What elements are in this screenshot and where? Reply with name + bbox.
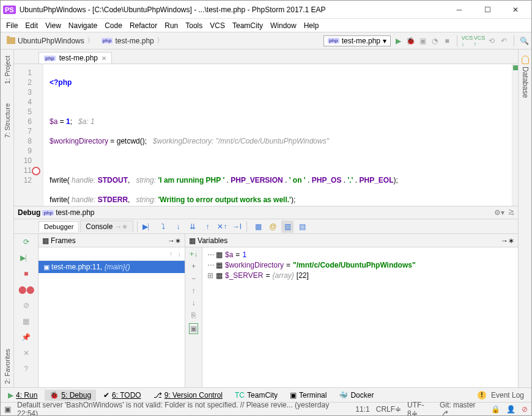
breadcrumb-file[interactable]: php test-me.php 〉 [98, 35, 168, 46]
close-icon[interactable]: ✕ [21, 348, 32, 359]
debug-tool-tab[interactable]: 🐞5: Debug [45, 390, 96, 401]
console-tab[interactable]: Console →∗ [80, 221, 133, 232]
menu-navigate[interactable]: Navigate [65, 20, 100, 31]
code-area[interactable]: <?php $a = 1; $a: 1 $workingDirectory = … [43, 64, 512, 206]
variable-row[interactable]: ⋯▦ $a = 1 [207, 250, 513, 260]
lock-icon[interactable]: 🔒 [491, 405, 500, 414]
drop-frame-icon[interactable]: ✕↑ [216, 221, 228, 233]
frame-row[interactable]: ▣ test-me.php:11, {main}() [39, 261, 185, 273]
menu-window[interactable]: Window [267, 20, 300, 31]
copy-icon[interactable]: ⎘ [191, 311, 196, 319]
hide-icon[interactable]: ⥸ [508, 208, 514, 217]
close-tab-icon[interactable]: ✕ [102, 55, 106, 62]
debug-icon[interactable]: 🐞 [405, 36, 415, 46]
force-step-into-icon[interactable]: ⇊ [187, 221, 199, 233]
down-icon[interactable]: ↓ [192, 299, 196, 307]
close-button[interactable]: ✕ [502, 1, 529, 18]
error-icon[interactable]: ⊘ [522, 405, 528, 414]
add-watch-icon[interactable]: +↓ [190, 250, 198, 258]
new-watch-icon[interactable]: + [191, 262, 196, 271]
code-editor[interactable]: 1 2 3 4 5 6 7 8 9 10 11 12 <?php $a = 1;… [14, 64, 518, 206]
code-text: = [57, 117, 66, 126]
favorites-tab[interactable]: 2: Favorites [2, 345, 12, 387]
toggle-tools-icon[interactable]: ▣ [4, 405, 11, 414]
search-icon[interactable]: 🔍 [519, 36, 529, 46]
menu-code[interactable]: Code [102, 20, 125, 31]
terminal-tool-tab[interactable]: ▣Terminal [285, 390, 331, 401]
layout-icon[interactable]: ▥ [281, 221, 294, 233]
run-to-cursor-icon[interactable]: →I [231, 221, 243, 233]
up-icon[interactable]: ↑ [192, 286, 196, 295]
profile-icon[interactable]: ◔ [430, 36, 440, 46]
line-separator[interactable]: CRLF≑ [376, 405, 401, 414]
editor-tab[interactable]: php test-me.php ✕ [39, 52, 112, 64]
git-branch[interactable]: Git: master ⎇ [440, 401, 485, 417]
menu-view[interactable]: View [42, 20, 64, 31]
docker-tool-tab[interactable]: 🐳Docker [334, 390, 379, 401]
listen-icon[interactable]: @ [267, 221, 279, 233]
stop-icon[interactable]: ■ [442, 36, 452, 46]
structure-tab[interactable]: 7: Structure [2, 100, 12, 142]
vc-tool-tab[interactable]: ⎇9: Version Control [149, 390, 227, 401]
step-into-icon[interactable]: ↓ [172, 221, 184, 233]
revert-icon[interactable]: ↶ [499, 36, 509, 46]
next-frame-icon[interactable]: ↓ [177, 250, 181, 258]
layout-icon[interactable]: ▦ [21, 316, 32, 327]
frames-icon: ▦ [42, 236, 49, 245]
file-encoding[interactable]: UTF-8≑ [407, 401, 434, 417]
rerun-icon[interactable]: ⟳ [21, 236, 32, 247]
run-icon[interactable]: ▶ [393, 36, 403, 46]
stop-icon[interactable]: ■ [21, 268, 32, 279]
pin-icon[interactable]: 📌 [21, 332, 32, 343]
docker-label: Docker [350, 391, 374, 400]
show-watches-icon[interactable]: ▣ [189, 323, 198, 334]
debugger-tab[interactable]: Debugger [39, 221, 79, 232]
more-icon[interactable]: →∗ [501, 236, 514, 245]
gear-icon[interactable]: ⚙▾ [494, 208, 504, 217]
resume-icon[interactable]: ▶⎸ [21, 252, 32, 263]
menu-tools[interactable]: Tools [182, 20, 205, 31]
coverage-icon[interactable]: ▣ [418, 36, 427, 46]
separator [246, 221, 247, 232]
project-tab[interactable]: 1: Project [2, 52, 12, 87]
caret-position[interactable]: 11:1 [355, 405, 369, 414]
minimize-button[interactable]: ─ [446, 1, 473, 18]
vcs-commit-icon[interactable]: VCS↑ [475, 36, 484, 46]
history-icon[interactable]: ⟲ [487, 36, 497, 46]
menu-help[interactable]: Help [301, 20, 322, 31]
menu-file[interactable]: File [3, 20, 21, 31]
menu-run[interactable]: Run [161, 20, 181, 31]
breakpoints-icon[interactable]: ⬤⬤ [21, 284, 32, 295]
prev-frame-icon[interactable]: ↑ [169, 250, 172, 258]
variable-row[interactable]: ⋯▦ $workingDirectory = "/mnt/c/Code/Ubun… [207, 260, 513, 271]
breadcrumb-root[interactable]: UbuntuPhpWindows 〉 [3, 35, 98, 46]
chevron-icon: 〉 [87, 35, 94, 46]
maximize-button[interactable]: ☐ [474, 1, 501, 18]
step-out-icon[interactable]: ↑ [201, 221, 213, 233]
more-icon[interactable]: →∗ [168, 236, 181, 245]
todo-tool-tab[interactable]: ✔6: TODO [98, 390, 146, 401]
step-over-icon[interactable]: ⤵ [157, 221, 169, 233]
console-tab-label: Console [86, 222, 113, 231]
menu-refactor[interactable]: Refactor [127, 20, 160, 31]
menu-vcs[interactable]: VCS [207, 20, 228, 31]
database-tab[interactable]: Database [520, 52, 531, 101]
teamcity-tool-tab[interactable]: TCTeamCity [230, 390, 283, 401]
show-exec-point-icon[interactable]: ▶⎸ [142, 221, 155, 233]
event-log-tab[interactable]: !Event Log [473, 390, 529, 401]
code-text: PHP_EOL [359, 176, 393, 184]
vcs-update-icon[interactable]: VCS↓ [462, 36, 472, 46]
menu-edit[interactable]: Edit [22, 20, 41, 31]
mute-bp-icon[interactable]: ⊘ [21, 300, 32, 311]
run-tool-tab[interactable]: ▶4: Run [3, 390, 42, 401]
settings-icon[interactable]: ▤ [296, 221, 308, 233]
evaluate-icon[interactable]: ▦ [252, 221, 264, 233]
help-icon[interactable]: ? [21, 363, 32, 374]
breakpoint-line[interactable]: 11 [14, 166, 32, 175]
run-config-selector[interactable]: php test-me.php ▾ [323, 35, 391, 46]
variables-tree[interactable]: ⋯▦ $a = 1 ⋯▦ $workingDirectory = "/mnt/c… [202, 247, 518, 387]
hector-icon[interactable]: 👤 [506, 405, 515, 414]
menu-teamcity[interactable]: TeamCity [229, 20, 266, 31]
variable-row[interactable]: ⊞▦ $_SERVER = {array} [22] [207, 271, 513, 281]
remove-watch-icon[interactable]: − [191, 274, 196, 283]
